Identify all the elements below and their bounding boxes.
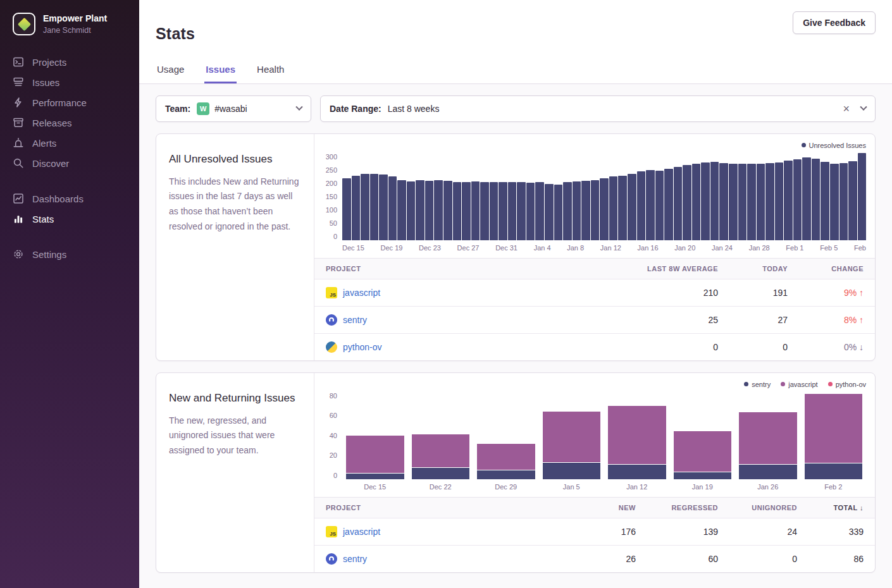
col-unignored[interactable]: UNIGNORED bbox=[718, 504, 797, 511]
col-project[interactable]: PROJECT bbox=[326, 504, 563, 511]
sidebar-item-label: Projects bbox=[32, 57, 66, 68]
new-value: 176 bbox=[563, 527, 636, 537]
table-row: sentry 26 60 0 86 bbox=[314, 545, 875, 572]
table-row: python-ov 0 0 0% ↓ bbox=[314, 333, 875, 360]
table-row: JS javascript 176 139 24 339 bbox=[314, 518, 875, 545]
legend-python-ov[interactable]: python-ov bbox=[828, 381, 866, 388]
project-link-python-ov[interactable]: python-ov bbox=[326, 341, 610, 353]
legend-unresolved-issues[interactable]: Unresolved Issues bbox=[802, 142, 867, 149]
new-returning-chart: sentryjavascriptpython-ov 806040200 Dec … bbox=[314, 373, 875, 497]
team-selector[interactable]: Team: W #wasabi bbox=[156, 95, 311, 122]
date-range-value: Last 8 weeks bbox=[388, 104, 440, 114]
today-value: 27 bbox=[718, 315, 788, 325]
sidebar-item-discover[interactable]: Discover bbox=[13, 153, 127, 173]
main-area: Stats Give Feedback Usage Issues Health … bbox=[139, 0, 892, 588]
chart-legend: sentryjavascriptpython-ov bbox=[321, 381, 866, 388]
project-link-javascript[interactable]: JS javascript bbox=[326, 526, 563, 537]
sidebar: Empower Plant Jane Schmidt Projects Issu… bbox=[0, 0, 139, 588]
stacked-bar bbox=[477, 392, 535, 479]
col-avg[interactable]: LAST 8W AVERAGE bbox=[610, 265, 718, 273]
tab-bar: Usage Issues Health bbox=[156, 64, 876, 83]
col-new[interactable]: NEW bbox=[563, 504, 636, 511]
col-change[interactable]: CHANGE bbox=[788, 265, 864, 273]
clear-icon[interactable]: × bbox=[843, 103, 850, 114]
chevron-down-icon[interactable] bbox=[295, 103, 302, 110]
avg-value: 0 bbox=[610, 342, 718, 352]
tab-issues[interactable]: Issues bbox=[204, 64, 237, 83]
user-name: Jane Schmidt bbox=[43, 26, 107, 35]
panel-title: New and Returning Issues bbox=[169, 392, 301, 405]
daily-bars-plot bbox=[342, 153, 866, 240]
col-today[interactable]: TODAY bbox=[718, 265, 788, 273]
col-total-sorted[interactable]: TOTAL ↓ bbox=[797, 504, 864, 511]
tab-usage[interactable]: Usage bbox=[156, 64, 185, 83]
page-title: Stats bbox=[156, 22, 195, 43]
tab-health[interactable]: Health bbox=[256, 64, 285, 83]
new-value: 26 bbox=[563, 554, 636, 564]
project-link-sentry[interactable]: sentry bbox=[326, 314, 610, 326]
change-value: 0% ↓ bbox=[788, 342, 864, 352]
sidebar-item-performance[interactable]: Performance bbox=[13, 92, 127, 113]
sidebar-item-dashboards[interactable]: Dashboards bbox=[13, 188, 127, 209]
project-link-javascript[interactable]: JS javascript bbox=[326, 287, 610, 298]
page-header: Stats Give Feedback Usage Issues Health bbox=[139, 0, 892, 84]
sidebar-item-releases[interactable]: Releases bbox=[13, 113, 127, 133]
unresolved-issues-table: PROJECT LAST 8W AVERAGE TODAY CHANGE JS … bbox=[314, 258, 875, 360]
regressed-value: 60 bbox=[636, 554, 718, 564]
legend-dot-icon bbox=[802, 143, 806, 147]
project-link-sentry[interactable]: sentry bbox=[326, 553, 563, 565]
today-value: 191 bbox=[718, 288, 788, 298]
panel-description-column: New and Returning Issues The new, regres… bbox=[156, 373, 314, 572]
today-value: 0 bbox=[718, 342, 788, 352]
telescope-icon bbox=[13, 157, 24, 169]
date-range-label: Date Range: bbox=[330, 104, 381, 114]
org-switcher[interactable]: Empower Plant Jane Schmidt bbox=[0, 10, 139, 35]
stacked-bar bbox=[674, 392, 732, 479]
panel-description: This includes New and Returning issues i… bbox=[169, 175, 301, 235]
stacked-bar bbox=[608, 392, 666, 479]
stacked-bar bbox=[346, 392, 404, 479]
date-range-selector[interactable]: Date Range: Last 8 weeks × bbox=[320, 95, 876, 122]
org-logo-icon bbox=[13, 13, 35, 35]
stacked-bar bbox=[543, 392, 601, 479]
sidebar-item-projects[interactable]: Projects bbox=[13, 52, 127, 72]
col-project[interactable]: PROJECT bbox=[326, 265, 610, 273]
content: Team: W #wasabi Date Range: Last 8 weeks… bbox=[139, 84, 892, 588]
python-icon bbox=[326, 341, 337, 353]
avg-value: 25 bbox=[610, 315, 718, 325]
sentry-icon bbox=[326, 553, 337, 565]
sentry-icon bbox=[326, 314, 337, 326]
x-axis-labels: Dec 15Dec 22Dec 29Jan 5Jan 12Jan 19Jan 2… bbox=[342, 483, 866, 491]
unresolved-issues-panel: All Unresolved Issues This includes New … bbox=[156, 133, 876, 361]
trend-up-icon: ↑ bbox=[859, 315, 864, 325]
new-returning-table: PROJECT NEW REGRESSED UNIGNORED TOTAL ↓ … bbox=[314, 497, 875, 572]
sidebar-item-alerts[interactable]: Alerts bbox=[13, 133, 127, 153]
stacked-bars-plot bbox=[342, 392, 866, 479]
gear-icon bbox=[13, 248, 24, 260]
sidebar-item-label: Discover bbox=[32, 158, 69, 169]
stacked-bar bbox=[805, 392, 863, 479]
panel-description-column: All Unresolved Issues This includes New … bbox=[156, 134, 314, 360]
legend-javascript[interactable]: javascript bbox=[781, 381, 817, 388]
sidebar-item-label: Settings bbox=[32, 249, 66, 260]
sort-down-icon: ↓ bbox=[860, 504, 864, 511]
team-avatar: W bbox=[197, 102, 209, 115]
x-axis-labels: Dec 15Dec 19Dec 23Dec 27Dec 31Jan 4Jan 8… bbox=[342, 244, 866, 252]
legend-sentry[interactable]: sentry bbox=[744, 381, 771, 388]
trend-up-icon: ↑ bbox=[859, 288, 864, 298]
chevron-down-icon[interactable] bbox=[860, 103, 867, 110]
team-label: Team: bbox=[165, 104, 190, 114]
sidebar-item-issues[interactable]: Issues bbox=[13, 72, 127, 92]
y-axis-labels: 806040200 bbox=[321, 392, 342, 479]
col-regressed[interactable]: REGRESSED bbox=[636, 504, 718, 511]
give-feedback-button[interactable]: Give Feedback bbox=[793, 11, 876, 34]
sidebar-item-settings[interactable]: Settings bbox=[13, 244, 127, 264]
table-header-row: PROJECT NEW REGRESSED UNIGNORED TOTAL ↓ bbox=[314, 497, 875, 518]
sidebar-item-stats[interactable]: Stats bbox=[13, 209, 127, 229]
terminal-icon bbox=[13, 56, 24, 68]
dashboard-chart-icon bbox=[13, 193, 24, 204]
change-value: 9% ↑ bbox=[788, 288, 864, 298]
stack-icon bbox=[13, 77, 24, 88]
y-axis-labels: 300250200150100500 bbox=[321, 153, 342, 240]
change-value: 8% ↑ bbox=[788, 315, 864, 325]
